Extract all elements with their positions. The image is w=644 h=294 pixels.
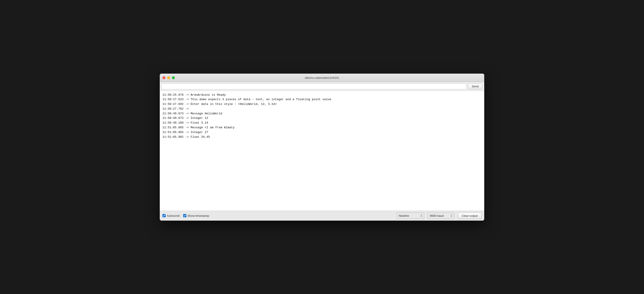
output-line: 11:50:27.623 -> This demo expects 3 piec… (162, 97, 482, 102)
show-timestamp-text: Show timestamp (188, 214, 209, 218)
output-line: 11:50:49.073 -> Message HelloWorld (162, 111, 482, 116)
output-line: 11:51:05.865 -> Integer 27 (162, 130, 482, 135)
close-button[interactable] (162, 76, 166, 79)
send-button[interactable]: Send (468, 83, 482, 89)
output-line: 11:50:49.109 -> Float 3.14 (162, 121, 482, 125)
autoscroll-label[interactable]: Autoscroll (162, 214, 180, 218)
output-line: 11:50:49.073 -> Integer 12 (162, 116, 482, 121)
newline-select[interactable]: NewlineNo line endingCarriage returnBoth… (396, 213, 424, 219)
toolbar: Send (160, 82, 484, 91)
maximize-button[interactable] (172, 76, 175, 79)
baud-rate-select[interactable]: 300 baud1200 baud2400 baud4800 baud9600 … (428, 213, 454, 219)
minimize-button[interactable] (167, 76, 170, 79)
traffic-lights (162, 76, 175, 79)
autoscroll-text: Autoscroll (167, 214, 180, 218)
show-timestamp-checkbox[interactable] (183, 214, 186, 217)
output-line: 11:50:27.692 -> Enter data in this style… (162, 102, 482, 107)
output-line: 11:51:05.902 -> Float 34.45 (162, 135, 482, 140)
output-line: 11:50:25.978 -> ArduArduino is Ready (162, 93, 482, 97)
output-line: 11:50:27.762 -> (162, 107, 482, 111)
autoscroll-checkbox[interactable] (162, 214, 166, 217)
clear-output-button[interactable]: Clear output (458, 213, 482, 219)
show-timestamp-label[interactable]: Show timestamp (183, 214, 209, 218)
title-bar: /dev/cu.usbmodem144101 (160, 74, 484, 82)
serial-monitor-window: /dev/cu.usbmodem144101 Send 11:50:25.978… (160, 74, 484, 221)
output-area: 11:50:25.978 -> ArduArduino is Ready11:5… (160, 91, 484, 211)
output-line: 11:51:05.865 -> Message <I am from Almat… (162, 125, 482, 130)
status-bar: Autoscroll Show timestamp NewlineNo line… (160, 211, 484, 221)
window-title: /dev/cu.usbmodem144101 (305, 76, 339, 79)
message-input[interactable] (162, 83, 466, 89)
